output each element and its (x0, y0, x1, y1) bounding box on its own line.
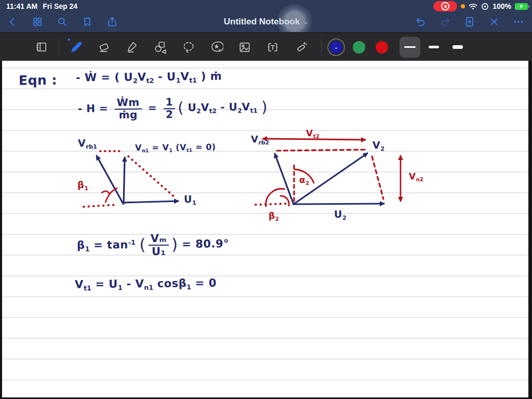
pen-tool-button[interactable]: ● (66, 37, 87, 58)
date: Fri Sep 24 (43, 2, 77, 10)
lasso-tool-button[interactable] (178, 37, 199, 58)
clock: 11:41 AM (6, 2, 37, 10)
search-button[interactable] (55, 15, 70, 29)
thickness-medium-button[interactable] (423, 37, 444, 58)
rotation-lock-icon (481, 3, 489, 10)
back-icon (7, 16, 18, 28)
back-button[interactable] (5, 15, 20, 29)
app-screen: 11:41 AM Fri Sep 24 100% (0, 0, 532, 399)
share-icon (107, 16, 118, 28)
status-bar: 11:41 AM Fri Sep 24 100% (0, 0, 532, 12)
close-icon (489, 17, 499, 27)
bookmark-icon (82, 16, 93, 28)
top-bar: 11:41 AM Fri Sep 24 100% (0, 0, 532, 32)
color-swatch-green[interactable] (353, 41, 365, 54)
highlighter-icon (126, 41, 139, 54)
add-page-icon (464, 16, 475, 28)
drawing-toolbar: ● (0, 32, 532, 61)
sticker-icon (210, 41, 223, 54)
battery-percent: 100% (493, 2, 511, 10)
eraser-icon (98, 41, 111, 54)
more-button[interactable] (511, 15, 526, 29)
microphone-indicator-icon (461, 4, 465, 8)
text-tool-icon (266, 41, 280, 54)
redo-icon (440, 16, 451, 28)
page-template-icon (35, 41, 48, 54)
color-swatch-red[interactable] (376, 41, 388, 54)
page-template-button[interactable] (31, 37, 52, 58)
more-icon (513, 16, 524, 28)
grid-icon (32, 16, 43, 28)
laser-pointer-button[interactable] (290, 37, 311, 58)
shapes-icon (154, 41, 167, 54)
screen-recording-indicator[interactable] (433, 1, 457, 11)
search-icon (57, 16, 68, 28)
bookmark-button[interactable] (80, 15, 95, 29)
thickness-thick-button[interactable] (447, 37, 468, 58)
highlighter-tool-button[interactable] (122, 37, 143, 58)
text-tool-button[interactable] (262, 37, 283, 58)
sticker-tool-button[interactable] (206, 37, 227, 58)
battery-charging-icon (515, 3, 528, 10)
nav-bar: Untitled Notebook⌄ (0, 11, 532, 32)
add-page-button[interactable] (462, 15, 477, 29)
color-swatch-blue[interactable]: ⌄ (330, 41, 342, 54)
swatch-chevron-icon: ⌄ (330, 41, 342, 54)
redo-button[interactable] (438, 15, 453, 29)
wifi-icon (469, 3, 477, 10)
shapes-tool-button[interactable] (150, 37, 171, 58)
image-tool-button[interactable] (234, 37, 255, 58)
undo-button[interactable] (414, 15, 428, 29)
lasso-icon (182, 41, 195, 54)
undo-icon (415, 16, 427, 28)
pencil-connected-indicator: ● (68, 37, 71, 42)
page-grid-button[interactable] (30, 15, 45, 29)
share-button[interactable] (105, 15, 119, 29)
note-canvas[interactable] (2, 61, 528, 397)
close-button[interactable] (487, 15, 501, 29)
thickness-thin-button[interactable] (400, 37, 420, 58)
title-chevron-icon: ⌄ (303, 18, 308, 25)
pen-icon (70, 41, 83, 54)
laser-pointer-icon (294, 41, 308, 54)
image-icon (238, 41, 251, 54)
eraser-tool-button[interactable] (94, 37, 115, 58)
